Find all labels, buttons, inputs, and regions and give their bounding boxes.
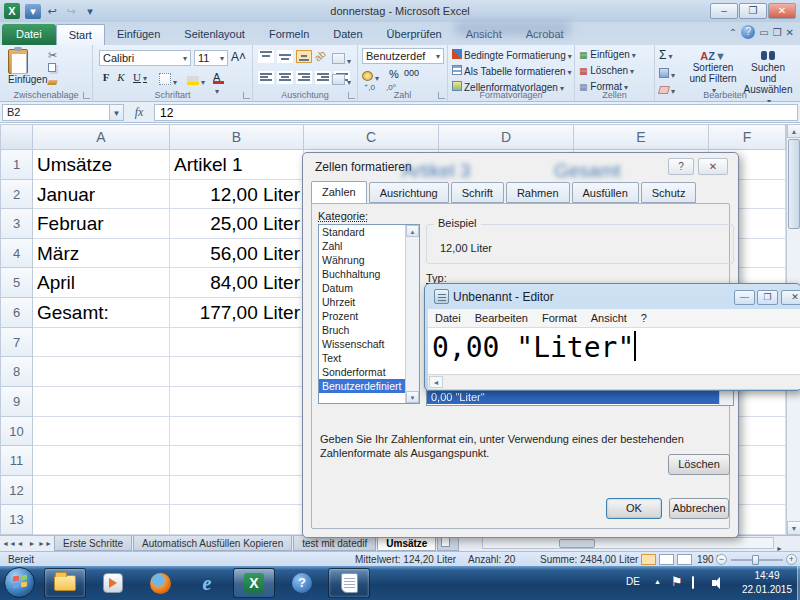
font-name-combo[interactable]: Calibri: [99, 50, 191, 66]
row-header-4[interactable]: 4: [0, 239, 33, 269]
column-header-C[interactable]: C: [304, 124, 439, 150]
dialog-close-icon[interactable]: ✕: [698, 158, 728, 175]
ribbon-tab-start[interactable]: Start: [56, 24, 105, 45]
decrease-indent-icon[interactable]: [315, 71, 331, 84]
doc-minimize-icon[interactable]: ▭: [759, 27, 768, 38]
ribbon-tab-einfügen[interactable]: Einfügen: [105, 24, 172, 45]
sheet-tab-erste-schritte[interactable]: Erste Schritte: [54, 536, 132, 551]
scroll-down-icon[interactable]: ▼: [787, 521, 800, 535]
column-header-A[interactable]: A: [33, 124, 170, 150]
percent-style-button[interactable]: %: [389, 68, 399, 80]
category-item-sonderformat[interactable]: Sonderformat: [319, 365, 406, 379]
cell-B1[interactable]: Artikel 1: [170, 150, 304, 180]
category-item-bruch[interactable]: Bruch: [319, 323, 406, 337]
taskbar-notepad-button[interactable]: [328, 568, 370, 598]
help-icon[interactable]: ?: [741, 25, 755, 39]
row-header-12[interactable]: 12: [0, 476, 33, 506]
category-item-benutzerdefiniert[interactable]: Benutzerdefiniert: [319, 379, 406, 393]
conditional-formatting-button[interactable]: Bedingte Formatierung: [452, 49, 572, 61]
taskbar-internet-explorer-button[interactable]: e: [186, 568, 228, 598]
notepad-menu-format[interactable]: Format: [535, 312, 584, 324]
delete-cells-button[interactable]: ▦ Löschen: [579, 65, 634, 76]
autosum-button[interactable]: Σ: [659, 48, 672, 62]
name-box-dropdown-icon[interactable]: ▼: [110, 104, 124, 121]
grow-font-icon[interactable]: A˄: [231, 50, 246, 64]
category-scroll-down-icon[interactable]: ▼: [406, 391, 419, 403]
italic-button[interactable]: K: [115, 71, 127, 83]
cell-A3[interactable]: Februar: [33, 209, 170, 239]
zoom-out-icon[interactable]: −: [716, 554, 727, 565]
vertical-scroll-thumb[interactable]: [788, 139, 800, 229]
cancel-button[interactable]: Abbrechen: [669, 498, 729, 519]
cell-A4[interactable]: März: [33, 239, 170, 269]
fill-color-icon[interactable]: [187, 71, 205, 89]
row-header-8[interactable]: 8: [0, 357, 33, 387]
zoom-in-icon[interactable]: +: [786, 554, 797, 565]
font-dialog-launcher-icon[interactable]: [243, 92, 250, 99]
alignment-dialog-launcher-icon[interactable]: [348, 92, 355, 99]
sheet-tab-test-mit-datedif[interactable]: test mit datedif: [293, 536, 376, 551]
taskbar-firefox-button[interactable]: [139, 568, 181, 598]
format-as-table-button[interactable]: Als Tabelle formatieren: [452, 65, 572, 77]
row-header-1[interactable]: 1: [0, 150, 33, 180]
category-item-währung[interactable]: Währung: [319, 253, 406, 267]
language-indicator[interactable]: DE: [626, 576, 640, 587]
notepad-menu-datei[interactable]: Datei: [428, 312, 468, 324]
dialog-tab-schutz[interactable]: Schutz: [641, 182, 697, 203]
cell-B5[interactable]: 84,00 Liter: [170, 268, 304, 298]
ok-button[interactable]: OK: [606, 498, 662, 519]
restore-button[interactable]: ❐: [739, 3, 767, 19]
row-header-11[interactable]: 11: [0, 446, 33, 476]
comma-style-button[interactable]: 000: [404, 68, 419, 78]
taskbar-excel-button[interactable]: X: [233, 568, 275, 598]
row-header-5[interactable]: 5: [0, 268, 33, 298]
doc-restore-icon[interactable]: ❐: [773, 27, 782, 38]
category-item-wissenschaft[interactable]: Wissenschaft: [319, 337, 406, 351]
taskbar-media-player-button[interactable]: [92, 568, 134, 598]
notepad-maximize-button[interactable]: ❐: [757, 290, 778, 305]
row-header-2[interactable]: 2: [0, 180, 33, 210]
clock[interactable]: 14:49 22.01.2015: [742, 569, 792, 597]
row-header-7[interactable]: 7: [0, 328, 33, 358]
last-sheet-icon[interactable]: ►►: [38, 537, 50, 550]
prev-sheet-icon[interactable]: ◄: [14, 537, 26, 550]
notepad-menu-ansicht[interactable]: Ansicht: [584, 312, 634, 324]
category-item-standard[interactable]: Standard: [319, 225, 406, 239]
horizontal-scroll-thumb[interactable]: [559, 539, 595, 548]
type-selected-item[interactable]: 0,00 "Liter": [427, 391, 719, 404]
network-icon[interactable]: [692, 577, 694, 588]
category-listbox[interactable]: StandardZahlWährungBuchhaltungDatumUhrze…: [318, 224, 420, 404]
align-right-icon[interactable]: [296, 71, 312, 84]
dialog-tab-schrift[interactable]: Schrift: [451, 182, 504, 203]
copy-icon[interactable]: [48, 62, 57, 75]
category-scrollbar[interactable]: ▲ ▼: [405, 225, 419, 403]
category-item-prozent[interactable]: Prozent: [319, 309, 406, 323]
dialog-tab-ausfüllen[interactable]: Ausfüllen: [572, 182, 639, 203]
underline-button[interactable]: U: [129, 71, 151, 83]
number-format-combo[interactable]: Benutzerdef: [362, 48, 444, 64]
borders-icon[interactable]: [159, 71, 177, 89]
row-header-6[interactable]: 6: [0, 298, 33, 328]
align-center-icon[interactable]: [277, 71, 293, 84]
notepad-scroll-left-icon[interactable]: ◄: [429, 376, 443, 388]
number-dialog-launcher-icon[interactable]: [438, 92, 445, 99]
row-header-3[interactable]: 3: [0, 209, 33, 239]
ribbon-tab-seitenlayout[interactable]: Seitenlayout: [172, 24, 257, 45]
cell-A5[interactable]: April: [33, 268, 170, 298]
orientation-icon[interactable]: ab: [312, 48, 329, 65]
cell-A2[interactable]: Januar: [33, 180, 170, 210]
tray-expand-icon[interactable]: ▲: [654, 578, 661, 585]
format-painter-icon[interactable]: [48, 75, 57, 88]
taskbar-explorer-button[interactable]: [44, 568, 86, 598]
sheet-tab-automatisch-ausfüllen-kopieren[interactable]: Automatisch Ausfüllen Kopieren: [133, 536, 292, 551]
align-left-icon[interactable]: [258, 71, 274, 84]
notepad-menu-help[interactable]: ?: [634, 312, 654, 324]
start-button[interactable]: [4, 567, 35, 598]
first-sheet-icon[interactable]: ◄◄: [2, 537, 14, 550]
align-bottom-icon[interactable]: [296, 50, 312, 63]
ribbon-tab-formeln[interactable]: Formeln: [257, 24, 321, 45]
merge-center-icon[interactable]: [332, 71, 351, 89]
zoom-slider-thumb[interactable]: [752, 555, 759, 565]
column-header-F[interactable]: F: [709, 124, 786, 150]
cell-A1[interactable]: Umsätze: [33, 150, 170, 180]
